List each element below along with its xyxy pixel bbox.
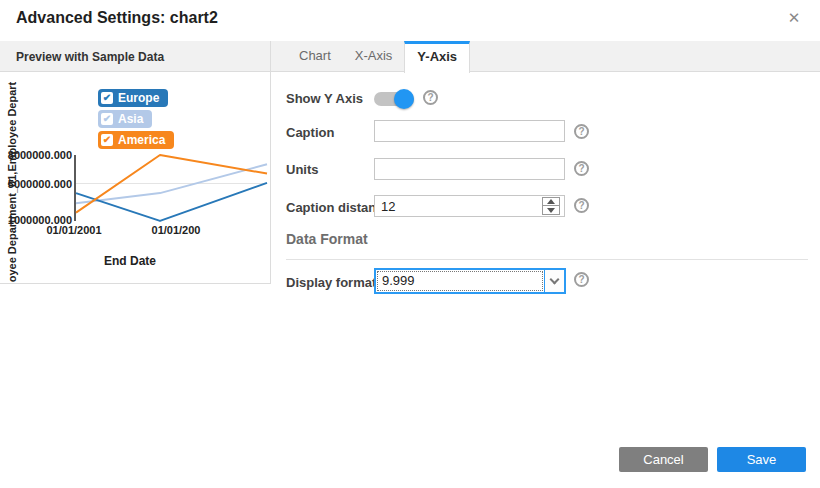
preview-header-bar: Preview with Sample Data <box>0 41 271 72</box>
units-label: Units <box>286 162 319 177</box>
checkbox-checked-icon[interactable]: ✔ <box>101 113 113 125</box>
legend-label: Europe <box>118 91 159 105</box>
show-y-axis-toggle[interactable] <box>374 89 414 109</box>
display-format-value: 9.999 <box>377 271 543 291</box>
cancel-button[interactable]: Cancel <box>619 447 708 472</box>
tab-chart[interactable]: Chart <box>287 41 343 72</box>
x-tick-label: 01/01/200 <box>126 224 226 236</box>
toggle-knob <box>394 89 414 109</box>
caption-distance-input[interactable] <box>374 195 565 217</box>
checkbox-checked-icon[interactable]: ✔ <box>101 134 113 146</box>
chart-preview: oyee Department_01,Employee Depart 80000… <box>0 72 271 284</box>
help-icon[interactable]: ? <box>574 161 589 176</box>
tab-x-axis[interactable]: X-Axis <box>343 41 405 72</box>
legend-item-europe[interactable]: ✔ Europe <box>98 89 168 107</box>
help-icon[interactable]: ? <box>574 198 589 213</box>
spinner-up-icon[interactable] <box>543 198 559 206</box>
units-input[interactable] <box>374 158 565 180</box>
spinner-down-icon[interactable] <box>543 206 559 214</box>
advanced-settings-dialog: Advanced Settings: chart2 ✕ Preview with… <box>0 0 820 488</box>
chart-legend: ✔ Europe ✔ Asia ✔ America <box>98 89 174 149</box>
legend-item-america[interactable]: ✔ America <box>98 131 174 149</box>
close-icon[interactable]: ✕ <box>784 9 804 27</box>
dialog-title: Advanced Settings: chart2 <box>16 9 218 27</box>
series-line-europe <box>76 183 267 221</box>
legend-label: Asia <box>118 112 143 126</box>
tab-bar: Chart X-Axis Y-Axis <box>287 41 470 72</box>
chart-x-axis-title: End Date <box>80 254 180 268</box>
series-line-america <box>76 155 267 213</box>
caption-label: Caption <box>286 125 334 140</box>
save-button[interactable]: Save <box>717 447 806 472</box>
x-tick-label: 01/01/2001 <box>24 224 124 236</box>
legend-label: America <box>118 133 165 147</box>
tab-y-axis[interactable]: Y-Axis <box>404 41 470 73</box>
caption-distance-stepper[interactable] <box>542 197 560 215</box>
preview-header-label: Preview with Sample Data <box>16 50 164 64</box>
data-format-section-header: Data Format <box>286 231 368 247</box>
display-format-dropdown[interactable]: 9.999 <box>374 268 566 294</box>
help-icon[interactable]: ? <box>423 90 438 105</box>
show-y-axis-label: Show Y Axis <box>286 91 363 106</box>
legend-item-asia[interactable]: ✔ Asia <box>98 110 152 128</box>
section-divider <box>286 259 808 260</box>
help-icon[interactable]: ? <box>574 272 589 287</box>
checkbox-checked-icon[interactable]: ✔ <box>101 92 113 104</box>
display-format-label: Display format <box>286 275 376 290</box>
chevron-down-icon[interactable] <box>544 270 564 292</box>
series-line-asia <box>76 164 267 203</box>
caption-input[interactable] <box>374 120 565 142</box>
help-icon[interactable]: ? <box>574 124 589 139</box>
